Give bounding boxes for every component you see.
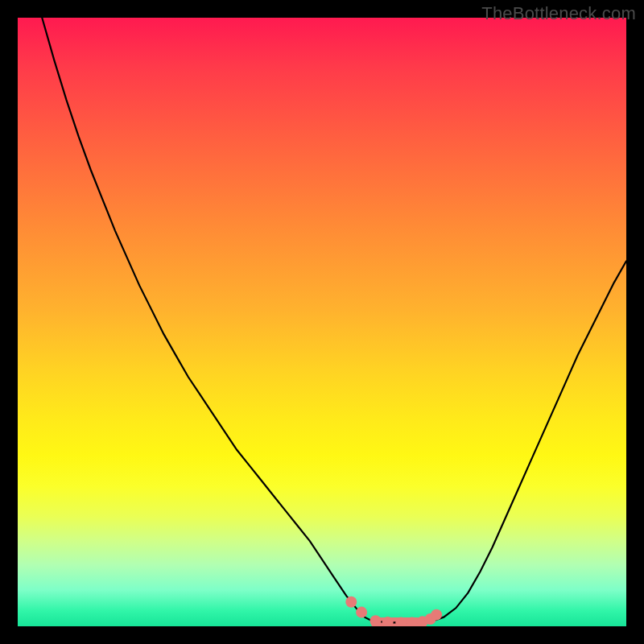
outer-frame: TheBottleneck.com <box>0 0 644 644</box>
trough-marker-dot <box>431 609 442 621</box>
watermark-text: TheBottleneck.com <box>481 3 636 24</box>
trough-marker-dot <box>345 597 357 608</box>
bottleneck-curve <box>42 18 626 622</box>
curve-svg <box>18 18 626 626</box>
trough-marker-dot <box>356 607 367 618</box>
plot-area <box>18 18 626 626</box>
trough-marker-dot <box>370 615 382 626</box>
